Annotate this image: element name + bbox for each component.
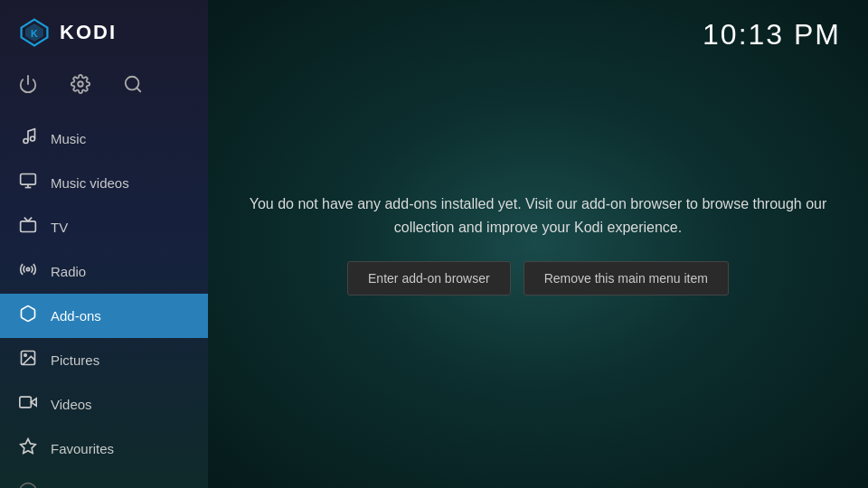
sidebar-item-favourites[interactable]: Favourites <box>0 427 208 471</box>
sidebar-item-tv[interactable]: TV <box>0 205 208 249</box>
svg-marker-16 <box>31 399 36 406</box>
favourites-icon <box>18 437 38 460</box>
addons-icon <box>18 305 38 327</box>
sidebar-actions-bar <box>0 65 208 108</box>
sidebar-header: K KODI <box>0 0 208 65</box>
radio-icon <box>18 260 38 283</box>
sidebar-item-favourites-label: Favourites <box>51 441 114 456</box>
music-icon <box>18 127 38 150</box>
sidebar-item-radio[interactable]: Radio <box>0 249 208 294</box>
svg-point-15 <box>24 354 26 357</box>
svg-marker-18 <box>21 439 36 454</box>
svg-rect-12 <box>21 221 36 232</box>
sidebar-item-music[interactable]: Music <box>0 117 208 161</box>
svg-point-13 <box>26 267 29 270</box>
search-icon[interactable] <box>123 74 143 99</box>
sidebar-item-pictures[interactable]: Pictures <box>0 338 208 382</box>
sidebar-item-music-label: Music <box>51 131 86 146</box>
app-title: KODI <box>60 21 117 44</box>
svg-rect-17 <box>20 397 31 408</box>
sidebar-item-pictures-label: Pictures <box>51 352 99 368</box>
settings-icon[interactable] <box>71 74 90 99</box>
sidebar-item-addons[interactable]: Add-ons <box>0 294 208 338</box>
content-area: You do not have any add-ons installed ye… <box>231 174 845 313</box>
time-display: 10:13 PM <box>703 18 841 52</box>
kodi-logo-icon: K <box>18 16 51 49</box>
enter-addon-browser-button[interactable]: Enter add-on browser <box>347 261 511 296</box>
sidebar-item-weather[interactable]: Weather <box>0 471 208 488</box>
svg-line-6 <box>137 88 140 91</box>
sidebar-item-radio-label: Radio <box>51 264 86 279</box>
svg-text:K: K <box>31 28 38 39</box>
svg-point-4 <box>78 81 83 87</box>
sidebar-item-music-videos[interactable]: Music videos <box>0 161 208 205</box>
info-text: You do not have any add-ons installed ye… <box>249 192 827 239</box>
videos-icon <box>18 393 38 416</box>
remove-menu-item-button[interactable]: Remove this main menu item <box>524 261 729 296</box>
tv-icon <box>18 216 38 239</box>
svg-rect-9 <box>21 174 36 185</box>
power-icon[interactable] <box>18 74 38 99</box>
sidebar-item-videos[interactable]: Videos <box>0 382 208 427</box>
main-content: 10:13 PM You do not have any add-ons ins… <box>208 0 868 488</box>
sidebar-item-music-videos-label: Music videos <box>51 175 129 191</box>
sidebar-item-tv-label: TV <box>51 220 68 235</box>
weather-icon <box>18 482 38 488</box>
sidebar-item-videos-label: Videos <box>51 397 92 412</box>
action-buttons: Enter add-on browser Remove this main me… <box>347 261 729 296</box>
pictures-icon <box>18 349 38 371</box>
music-videos-icon <box>18 172 38 194</box>
sidebar: K KODI <box>0 0 208 488</box>
nav-menu: Music Music videos TV <box>0 117 208 488</box>
sidebar-item-addons-label: Add-ons <box>51 308 101 324</box>
